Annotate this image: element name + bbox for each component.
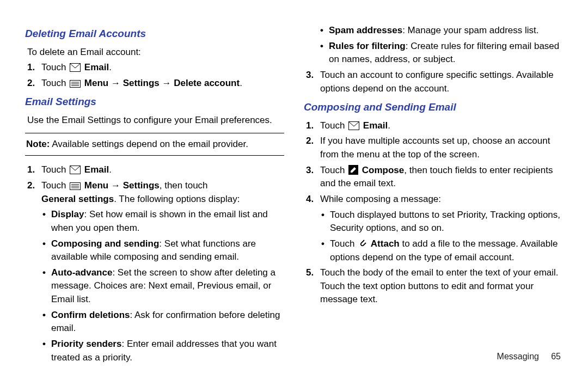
step: While composing a message: Touch display… <box>304 193 563 264</box>
bullet-list: Spam addresses: Manage your spam address… <box>319 24 563 66</box>
list-item: Composing and sending: Set what function… <box>41 237 284 264</box>
bold-label: Menu <box>84 180 108 191</box>
steps-settings: Touch Email. Touch Menu → Settings, then… <box>25 163 284 364</box>
steps-delete: Touch Email. Touch Menu → Settings → Del… <box>25 61 284 90</box>
step: Touch Email. <box>25 163 284 177</box>
dot: . <box>109 164 112 175</box>
list-item: Spam addresses: Manage your spam address… <box>319 24 563 38</box>
bold-label: Rules for filtering <box>329 41 406 51</box>
step-text: While composing a message: <box>320 194 441 204</box>
compose-icon <box>348 165 358 175</box>
step-text: Touch <box>320 165 347 175</box>
bold-label: Priority senders <box>51 339 121 349</box>
email-icon <box>70 166 81 174</box>
intro-text: Use the Email Settings to configure your… <box>27 114 284 127</box>
step-text: . The following options display: <box>114 194 240 204</box>
bold-label: General settings <box>41 194 114 204</box>
dot: . <box>388 120 390 131</box>
list-item: Priority senders: Enter email addresses … <box>41 338 284 364</box>
footer-page: 65 <box>551 352 561 361</box>
heading-composing: Composing and Sending Email <box>304 100 563 115</box>
intro-text: To delete an Email account: <box>27 46 284 59</box>
step-text: Touch <box>320 120 347 131</box>
heading-deleting: Deleting Email Accounts <box>25 26 284 41</box>
list-item: Touch Attach to add a file to the messag… <box>320 237 563 264</box>
note-label: Note: <box>26 139 50 149</box>
steps-compose: Touch Email. If you have multiple accoun… <box>304 119 563 307</box>
list-item: Confirm deletions: Ask for confirmation … <box>41 309 284 335</box>
bold-label: Email <box>84 62 109 72</box>
note-text: Available settings depend on the email p… <box>50 139 248 149</box>
step-text: , then touch <box>160 180 208 191</box>
bold-label: Settings <box>123 180 160 191</box>
steps-continued: Touch an account to configure specific s… <box>304 69 563 95</box>
bold-label: Composing and sending <box>51 238 159 249</box>
bold-label: Auto-advance <box>51 267 112 278</box>
step: Touch the body of the email to enter the… <box>304 266 563 307</box>
bold-label: Email <box>84 164 109 175</box>
bold-label: Delete account <box>174 78 240 88</box>
heading-settings: Email Settings <box>25 94 284 109</box>
step: Touch Menu → Settings → Delete account. <box>25 77 284 90</box>
step: Touch an account to configure specific s… <box>304 69 563 95</box>
bullet-list: Touch displayed buttons to set Priority,… <box>320 209 563 265</box>
bold-label: Settings <box>123 78 160 88</box>
dot: . <box>109 62 112 72</box>
step-text: Touch <box>41 180 69 191</box>
menu-icon <box>70 182 81 190</box>
list-item: Auto-advance: Set the screen to show aft… <box>41 266 284 307</box>
right-column: Spam addresses: Manage your spam address… <box>294 22 566 343</box>
left-column: Deleting Email Accounts To delete an Ema… <box>22 22 294 343</box>
bold-label: Attach <box>371 238 400 249</box>
list-item: Display: Set how email is shown in the e… <box>41 208 284 235</box>
bold-label: Confirm deletions <box>51 310 130 320</box>
step: If you have multiple accounts set up, ch… <box>304 134 563 161</box>
step: Touch Menu → Settings, then touch Genera… <box>25 179 284 364</box>
step: Touch Email. <box>25 61 284 75</box>
bold-label: Email <box>363 120 388 131</box>
list-item: Touch displayed buttons to set Priority,… <box>320 209 563 235</box>
item-text: Touch <box>330 238 357 249</box>
bullet-list: Display: Set how email is shown in the e… <box>41 208 284 364</box>
footer-section: Messaging <box>497 352 539 361</box>
note-box: Note: Available settings depend on the e… <box>25 133 284 156</box>
step: Touch Compose, then touch fields to ente… <box>304 164 563 191</box>
step-text: Touch <box>41 164 69 175</box>
email-icon <box>70 63 81 72</box>
bold-label: Compose <box>362 165 404 175</box>
dot: . <box>240 78 242 88</box>
menu-icon <box>70 80 81 88</box>
manual-page: Deleting Email Accounts To delete an Ema… <box>0 0 588 348</box>
item-text: : Set how email is shown in the email li… <box>51 209 268 233</box>
step: Touch Email. <box>304 119 563 133</box>
item-text: Touch displayed buttons to set Priority,… <box>330 210 560 234</box>
attach-icon <box>358 238 367 248</box>
step-text: Touch an account to configure specific s… <box>320 70 554 94</box>
step-text: Touch the body of the email to enter the… <box>320 267 559 304</box>
bold-label: Menu <box>84 78 108 88</box>
bold-label: Spam addresses <box>329 25 402 35</box>
item-text: : Manage your spam address list. <box>402 25 538 35</box>
step-text: If you have multiple accounts set up, ch… <box>320 136 550 160</box>
step-text: Touch <box>41 62 69 72</box>
list-item: Rules for filtering: Create rules for fi… <box>319 40 563 66</box>
step-text: Touch <box>41 78 69 88</box>
email-icon <box>348 121 359 130</box>
bold-label: Display <box>51 209 84 219</box>
